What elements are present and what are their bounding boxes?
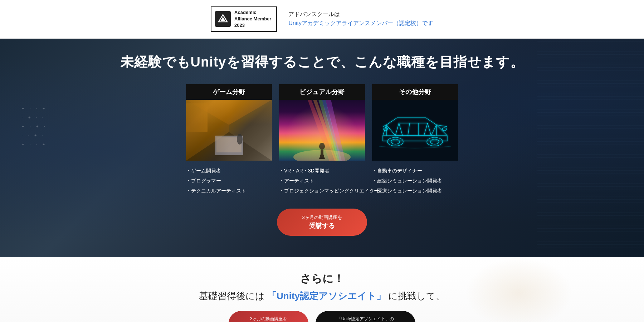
game-list-item-2: ・プログラマー (186, 176, 272, 186)
other-list-item-1: ・自動車のデザイナー (372, 166, 458, 176)
hero-section: ✦ · · ✦· ✦ · ·✦ · ✦ ·· · ✦ ·✦ · · ✦ 未経験で… (0, 39, 644, 257)
game-card-image (186, 100, 272, 161)
unity-alliance-link[interactable]: Unityアカデミックアライアンスメンバー（認定校）です (288, 20, 433, 27)
svg-point-28 (384, 128, 388, 131)
svg-rect-7 (215, 136, 243, 155)
game-image-visual (186, 100, 272, 161)
svg-marker-18 (319, 150, 325, 159)
glitch-decoration (537, 39, 644, 257)
game-field-card: ゲーム分野 (186, 84, 272, 196)
other-card-image (372, 100, 458, 161)
svg-marker-11 (313, 100, 338, 161)
svg-rect-6 (186, 103, 208, 132)
svg-point-15 (293, 150, 351, 161)
challenge-after: に挑戦して、 (388, 291, 445, 301)
challenge-highlight: 「Unity認定アソシエイト」 (267, 291, 386, 301)
header-description: アドバンスクールは Unityアカデミックアライアンスメンバー（認定校）です (288, 11, 433, 27)
unity-badge: Academic Alliance Member 2023 (211, 6, 277, 32)
visual-image-visual (279, 100, 365, 161)
page-header: Academic Alliance Member 2023 アドバンスクールは … (0, 0, 644, 39)
svg-rect-8 (216, 137, 241, 152)
game-card-list: ・ゲーム開発者 ・プログラマー ・テクニカルアーティスト (186, 161, 272, 196)
hero-cta-button[interactable]: 3ヶ月の動画講座を 受講する (277, 209, 367, 236)
svg-marker-5 (229, 100, 272, 161)
badge-text: Academic Alliance Member 2023 (234, 9, 271, 29)
bottom-red-button[interactable]: 3ヶ月の動画講座を 受講する (229, 311, 308, 322)
hero-cta-main: 受講する (309, 221, 335, 230)
challenge-text: 基礎習得後には 「Unity認定アソシエイト」 に挑戦して、 (199, 290, 445, 302)
unity-logo (215, 11, 231, 27)
cards-row: ゲーム分野 (186, 84, 458, 196)
svg-marker-3 (186, 100, 272, 125)
svg-point-23 (387, 137, 403, 146)
visual-field-card: ビジュアル分野 (279, 84, 365, 196)
svg-point-9 (237, 134, 243, 145)
svg-point-16 (319, 143, 325, 150)
sarani-heading: さらに！ (300, 272, 344, 286)
svg-marker-10 (308, 100, 336, 161)
svg-marker-12 (318, 100, 340, 161)
hero-cta-small: 3ヶ月の動画講座を (302, 214, 342, 221)
other-card-header: その他分野 (372, 84, 458, 100)
bottom-section: さらに！ 基礎習得後には 「Unity認定アソシエイト」 に挑戦して、 3ヶ月の… (0, 257, 644, 322)
game-list-item-1: ・ゲーム開発者 (186, 166, 272, 176)
svg-point-27 (442, 128, 447, 131)
svg-marker-2 (186, 132, 272, 161)
other-field-card: その他分野 (372, 84, 458, 196)
svg-marker-14 (326, 100, 345, 161)
svg-point-24 (391, 139, 400, 144)
svg-point-25 (427, 137, 443, 146)
visual-list-item-2: ・アーティスト (279, 176, 365, 186)
bottom-dark-button[interactable]: 「Unity認定アソシエイト」の 受験はこちら (316, 311, 415, 322)
other-list-item-3: ・医療シミュレーション開発者 (372, 186, 458, 196)
bottom-buttons: 3ヶ月の動画講座を 受講する 「Unity認定アソシエイト」の 受験はこちら (229, 311, 415, 322)
other-image-visual (372, 100, 458, 161)
visual-list-item-1: ・VR・AR・3D開発者 (279, 166, 365, 176)
birds-decoration: ✦ · · ✦· ✦ · ·✦ · ✦ ·· · ✦ ·✦ · · ✦ (21, 104, 47, 149)
other-card-list: ・自動車のデザイナー ・建築シミュレーション開発者 ・医療シミュレーション開発者 (372, 161, 458, 196)
visual-card-header: ビジュアル分野 (279, 84, 365, 100)
svg-point-26 (430, 139, 439, 144)
game-list-item-3: ・テクニカルアーティスト (186, 186, 272, 196)
svg-rect-17 (321, 150, 323, 159)
svg-marker-4 (186, 100, 229, 161)
visual-card-image (279, 100, 365, 161)
challenge-before: 基礎習得後には (199, 291, 265, 301)
other-list-item-2: ・建築シミュレーション開発者 (372, 176, 458, 186)
hero-title: 未経験でもUnityを習得することで、こんな職種を目指せます。 (120, 53, 524, 71)
visual-card-list: ・VR・AR・3D開発者 ・アーティスト ・プロジェクションマッピングクリエイタ… (279, 161, 365, 196)
visual-list-item-3: ・プロジェクションマッピングクリエイター (279, 186, 365, 196)
header-desc-main: アドバンスクールは (288, 11, 433, 18)
game-card-header: ゲーム分野 (186, 84, 272, 100)
svg-line-21 (408, 123, 410, 136)
bottom-dark-small: 「Unity認定アソシエイト」の (337, 316, 394, 322)
svg-marker-13 (322, 100, 342, 161)
bottom-red-small: 3ヶ月の動画講座を (250, 316, 287, 322)
